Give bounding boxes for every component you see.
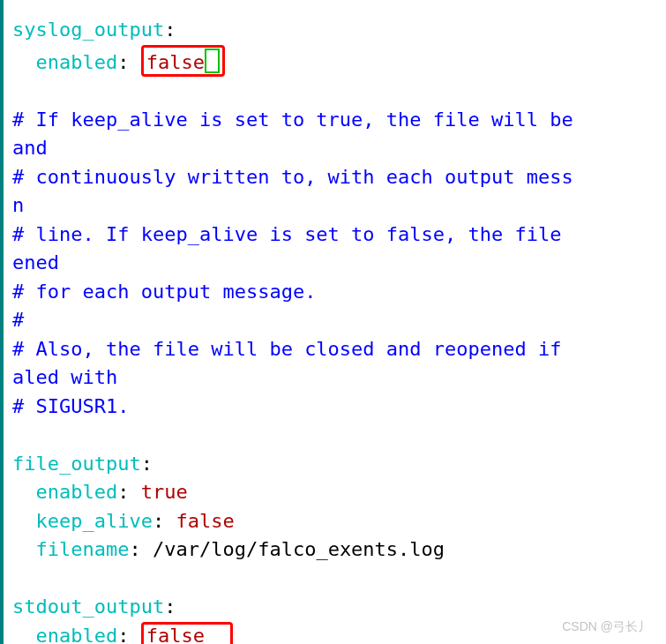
comment-line: # line. If keep_alive is set to false, t… (12, 223, 573, 245)
key-keep-alive: keep_alive (12, 510, 153, 532)
comment-line: # continuously written to, with each out… (12, 166, 573, 188)
comment-line: # (12, 309, 24, 331)
comment-line: # SIGUSR1. (12, 395, 129, 417)
key-file-output: file_output (12, 453, 141, 475)
value-false: false (146, 51, 205, 73)
key-enabled: enabled (12, 625, 117, 645)
colon: : (117, 51, 141, 73)
comment-line: # for each output message. (12, 281, 316, 303)
comment-line: aled with (12, 366, 117, 388)
colon: : (117, 625, 141, 645)
key-syslog-output: syslog_output (12, 19, 164, 41)
colon: : (153, 510, 176, 532)
key-enabled: enabled (12, 481, 117, 503)
colon: : (117, 481, 141, 503)
comment-line: and (12, 137, 48, 159)
watermark-text: CSDN @弓长丿 (562, 619, 650, 635)
value-filename: /var/log/falco_exents.log (153, 538, 445, 560)
comment-line: # Also, the file will be closed and reop… (12, 338, 573, 360)
value-false: false (176, 510, 234, 532)
comment-line: n (12, 194, 24, 216)
comment-line: ened (12, 251, 59, 273)
colon: : (141, 453, 153, 475)
colon: : (129, 538, 153, 560)
key-enabled: enabled (12, 51, 117, 73)
key-filename: filename (12, 538, 129, 560)
value-false: false (146, 625, 205, 645)
key-stdout-output: stdout_output (12, 595, 164, 618)
value-true: true (141, 481, 188, 503)
code-editor-view: syslog_output: enabled: false # If keep_… (0, 0, 666, 644)
highlight-box: false (141, 45, 225, 77)
colon: : (164, 19, 176, 41)
cursor-icon (205, 49, 220, 73)
comment-line: # If keep_alive is set to true, the file… (12, 109, 573, 131)
highlight-box: false (141, 622, 234, 645)
colon: : (164, 595, 176, 618)
